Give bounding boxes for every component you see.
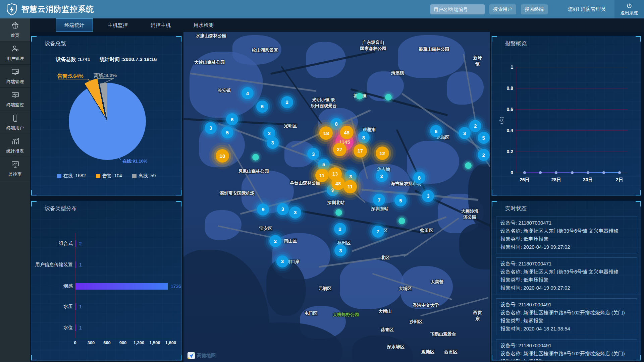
- alarm-card-field-name: 设备名称: 新澜社区大东门街39号6号铺 文兴电器维修: [500, 268, 633, 276]
- device-overview-panel: 设备总览 设备总数 :1741 统计时间 :2020.7.3 18:16 告警:…: [31, 36, 182, 196]
- sidebar-item-2[interactable]: 用户管理: [0, 42, 30, 65]
- map-cluster-marker-yellow-17[interactable]: 17: [354, 144, 367, 158]
- map-cluster-marker-teal[interactable]: [385, 94, 392, 101]
- legend-item-1[interactable]: 在线: 1682: [57, 173, 86, 179]
- app-window: 智慧云消防监控系统 搜索用户 搜索终端 您好! 消防管理员 退出系统 终端统计主…: [0, 0, 644, 362]
- legend-label: 离线: 59: [139, 173, 156, 179]
- alarm-data-point: [618, 171, 621, 174]
- map-cluster-marker-blue-5[interactable]: 5: [221, 126, 233, 138]
- map-cluster-marker-blue-3[interactable]: 3: [277, 203, 289, 215]
- logout-button[interactable]: 退出系统: [614, 0, 644, 18]
- tab-4[interactable]: 用水检测: [185, 18, 222, 32]
- amap-logo-text: 高德地图: [197, 353, 216, 359]
- map-cluster-marker-blue-7[interactable]: 7: [373, 194, 385, 206]
- alarm-overview-panel: 报警概览 (次) 10.80.60.40.2026日28日30日2日: [491, 36, 641, 196]
- map-cluster-marker-blue-9[interactable]: 9: [257, 203, 269, 216]
- sidebar-item-1[interactable]: 首页: [0, 18, 30, 42]
- map-cluster-marker-blue-8[interactable]: 8: [430, 125, 442, 137]
- map-cluster-marker-blue-6[interactable]: 6: [256, 101, 268, 113]
- search-terminal-button[interactable]: 搜索终端: [521, 4, 548, 14]
- map-cluster-marker-blue-2[interactable]: 2: [269, 235, 281, 247]
- search-user-button[interactable]: 搜索用户: [489, 4, 516, 14]
- map-cluster-marker-blue-2[interactable]: 2: [469, 120, 481, 132]
- bar-x-tick: 1,500: [149, 340, 160, 345]
- map-cluster-marker-blue-3[interactable]: 3: [205, 122, 217, 134]
- legend-item-3[interactable]: 离线: 59: [132, 173, 156, 179]
- app-title: 智慧云消防监控系统: [21, 4, 94, 14]
- map-cluster-marker-yellow-11[interactable]: 11: [343, 180, 357, 193]
- device-overview-title: 设备总览: [45, 40, 66, 47]
- map-cluster-marker-blue-7[interactable]: 7: [372, 226, 384, 238]
- alarm-card-4: 设备号: 211807000491设备名称: 新澜社区桂澜中路8号102开撸啦烧…: [496, 339, 637, 361]
- map-cluster-marker-blue-2[interactable]: 2: [281, 96, 293, 108]
- map-cluster-marker-yellow-48[interactable]: 48: [340, 126, 354, 139]
- map-cluster-marker-teal[interactable]: [335, 209, 342, 216]
- map-cluster-marker-blue-3[interactable]: 3: [334, 244, 346, 256]
- map-place-label: 飞鹅山观景台: [430, 331, 456, 337]
- line-gridline: [516, 88, 628, 88]
- line-gridline: [516, 67, 628, 67]
- map-cluster-marker-teal[interactable]: [356, 93, 363, 100]
- line-y-tick: 0: [504, 170, 513, 175]
- map-canvas[interactable]: 高德地图 水濂山森林公园松山湖风景区大岭山森林公园广东观音山 国家森林公园银瓶山…: [183, 32, 490, 362]
- map-cluster-marker-teal[interactable]: [398, 218, 405, 224]
- map-cluster-marker-blue-2[interactable]: 2: [376, 170, 388, 182]
- map-cluster-marker-yellow-10[interactable]: 10: [216, 149, 229, 163]
- map-cluster-marker-blue-8[interactable]: 8: [413, 172, 425, 184]
- legend-item-2[interactable]: 告警: 104: [96, 173, 122, 179]
- bar-rect: [75, 240, 76, 247]
- alarm-data-point: [523, 171, 526, 174]
- sidebar-item-4[interactable]: 终端监控: [0, 88, 30, 111]
- map-cluster-marker-blue-3[interactable]: 3: [289, 206, 301, 219]
- map-cluster-marker-yellow-48[interactable]: 48: [331, 177, 345, 190]
- sidebar-item-6[interactable]: 统计报表: [0, 134, 30, 157]
- legend-swatch: [96, 174, 100, 178]
- tab-2[interactable]: 主机监控: [100, 18, 136, 32]
- map-cluster-marker-blue-8[interactable]: 8: [358, 131, 370, 143]
- map-cluster-marker-yellow-27[interactable]: 27: [333, 143, 346, 156]
- alarm-card-field-no: 设备号: 211807000491: [500, 342, 633, 350]
- map-cluster-marker-blue-5[interactable]: 5: [478, 132, 490, 144]
- terminal-admin-icon: [11, 68, 19, 77]
- sidebar-item-5[interactable]: 终端用户: [0, 111, 30, 134]
- user-greeting: 您好! 消防管理员: [568, 6, 606, 12]
- alarm-data-point: [571, 171, 574, 174]
- alarm-card-field-no: 设备号: 211807000491: [500, 301, 633, 309]
- line-x-tick: 28日: [551, 177, 561, 183]
- map-cluster-marker-teal[interactable]: [252, 154, 259, 161]
- shield-lightning-logo-icon: [5, 3, 18, 16]
- legend-label: 在线: 1682: [63, 173, 86, 179]
- map-cluster-marker-blue-3[interactable]: 3: [422, 190, 434, 202]
- map-cluster-marker-blue-3[interactable]: 3: [459, 127, 471, 139]
- map-cluster-marker-blue-2[interactable]: 2: [334, 223, 346, 235]
- map-cluster-marker-blue-3[interactable]: 3: [276, 255, 288, 267]
- map-cluster-marker-blue-3[interactable]: 3: [267, 137, 279, 149]
- terminal-user-icon: [11, 114, 19, 124]
- map-cluster-marker-yellow-12[interactable]: 12: [376, 146, 389, 160]
- sidebar-item-7[interactable]: 监控室: [0, 157, 30, 180]
- map-cluster-marker-blue-5[interactable]: 5: [394, 194, 407, 206]
- sidebar-item-label: 监控室: [9, 171, 22, 177]
- bar-x-tick: 1,800: [165, 340, 176, 345]
- map-cluster-marker-teal[interactable]: [465, 162, 472, 169]
- map-place-label: 凤凰山森林公园: [238, 168, 269, 174]
- map-place-label: 葵青区: [381, 327, 394, 333]
- map-cluster-marker-blue-8[interactable]: 8: [330, 118, 342, 130]
- map-cluster-marker-blue-6[interactable]: 6: [226, 113, 238, 125]
- sidebar-item-3[interactable]: 终端管理: [0, 65, 30, 88]
- map-cluster-marker-blue-3[interactable]: 3: [307, 148, 319, 160]
- tab-3[interactable]: 消控主机: [143, 18, 179, 32]
- bar-value-label: 1736: [171, 284, 181, 289]
- map-cluster-marker-blue-4[interactable]: 4: [241, 87, 254, 99]
- alarm-card-field-type: 报警类型: 烟雾报警: [500, 358, 633, 361]
- tab-1[interactable]: 终端统计: [56, 18, 93, 32]
- map-cluster-marker-yellow-11[interactable]: 11: [315, 169, 329, 182]
- map-cluster-marker-blue-2[interactable]: 2: [478, 149, 490, 161]
- report-icon: [11, 137, 19, 147]
- alarm-card-list: 设备号: 211807000471设备名称: 新澜社区大东门街39号6号铺 文兴…: [496, 217, 637, 361]
- map-cluster-marker-yellow-18[interactable]: 18: [319, 126, 333, 140]
- map-place-label: 盐田区: [420, 228, 433, 234]
- sidebar-item-label: 统计报表: [6, 148, 24, 154]
- bar-value-label: 1: [79, 325, 82, 330]
- search-input[interactable]: [430, 4, 485, 14]
